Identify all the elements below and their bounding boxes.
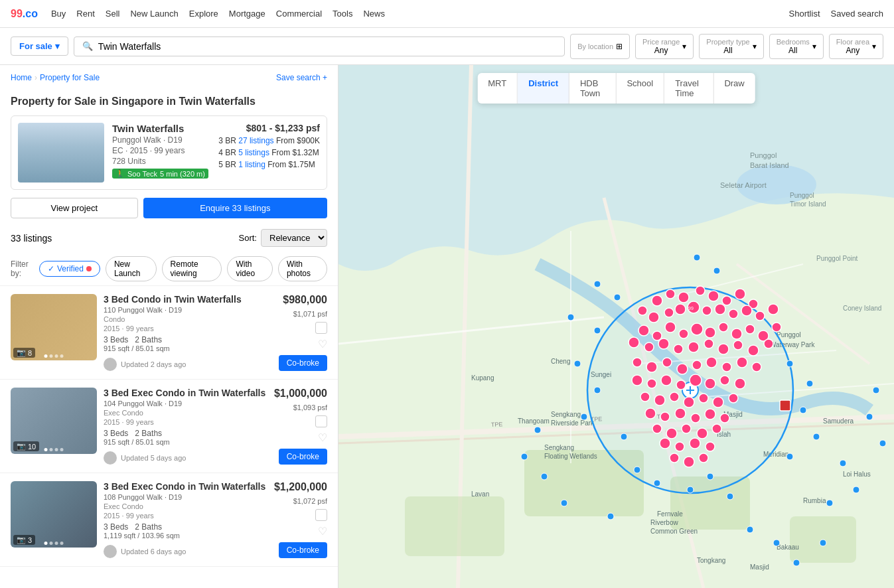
map-tab-travel-time[interactable]: Travel Time [664,73,713,104]
svg-text:Sengkang: Sengkang [551,411,581,418]
filter-by-label: Filter by: [11,259,34,278]
listing-card[interactable]: 📷 8 3 Bed Condo in Twin Waterfalls 110 P… [0,286,338,380]
nav-rent[interactable]: Rent [76,9,94,19]
filter-verified[interactable]: ✓ Verified [39,261,100,277]
svg-point-158 [521,453,528,460]
map-tab-district[interactable]: District [518,73,569,104]
favourite-icon[interactable]: ♡ [318,525,327,538]
listing-card[interactable]: 📷 10 3 Bed Exec Condo in Twin Waterfalls… [0,380,338,473]
floor-area-filter[interactable]: Floor area Any ▾ [829,34,883,59]
cobroke-button[interactable]: Co-broke [279,542,327,558]
svg-text:Floating Wetlands: Floating Wetlands [544,453,597,460]
svg-text:Sengkang: Sengkang [544,444,574,451]
breadcrumb-sep: › [35,73,37,82]
chevron-down-icon: ▾ [55,41,60,51]
project-card[interactable]: Twin Waterfalls Punggol Walk · D19 EC · … [11,115,327,190]
nav-buy[interactable]: Buy [51,9,66,19]
svg-point-82 [731,329,742,339]
map-tab-draw[interactable]: Draw [713,73,755,104]
filter-remote-viewing[interactable]: Remote viewing [162,256,222,281]
svg-point-129 [697,428,708,439]
filter-with-photos[interactable]: With photos [278,256,327,281]
dot [55,354,58,358]
nav-links: Buy Rent Sell New Launch Explore Mortgag… [51,9,385,19]
cobroke-button[interactable]: Co-broke [279,449,327,465]
filter-with-video[interactable]: With video [227,256,273,281]
select-checkbox[interactable] [315,509,327,521]
svg-point-74 [768,304,779,315]
listing-cards: 📷 8 3 Bed Condo in Twin Waterfalls 110 P… [0,286,338,567]
listing-actions: $1,000,000 $1,093 psf ♡ Co-broke [274,388,327,465]
dot [55,448,58,451]
nav-sell[interactable]: Sell [106,9,120,19]
sort-label: Sort: [239,233,257,243]
bedrooms-label: Bedrooms [777,38,810,46]
price-range-filter[interactable]: Price range Any ▾ [635,34,694,59]
view-project-button[interactable]: View project [11,198,138,218]
filter-new-launch[interactable]: New Launch [106,256,157,281]
listing-address: 108 Punggol Walk · D19 [104,493,267,501]
nav-news[interactable]: News [363,9,385,19]
search-input[interactable] [98,41,556,52]
bedrooms-filter[interactable]: Bedrooms All ▾ [769,34,824,59]
by-location-filter[interactable]: By location ⊞ [570,34,630,59]
saved-search-link[interactable]: Saved search [831,9,884,19]
image-count: 📷 8 [13,348,35,358]
favourite-icon[interactable]: ♡ [318,431,327,444]
breadcrumb-home[interactable]: Home [11,73,32,82]
listing-rows: 3 BR 27 listings From $900K4 BR 5 listin… [218,136,320,169]
favourite-icon[interactable]: ♡ [318,338,327,350]
listing-price: $1,200,000 [274,481,327,493]
svg-point-95 [764,339,773,348]
listing-br: 5 BR 1 listing From $1.75M [218,160,315,169]
main-layout: Home › Property for Sale Save search + P… [0,65,894,588]
svg-point-123 [691,413,700,423]
nav-tools[interactable]: Tools [333,9,352,19]
svg-text:Tongkang: Tongkang [697,557,725,564]
project-pricing: $801 - $1,233 psf 3 BR 27 listings From … [218,123,320,183]
for-sale-button[interactable]: For sale ▾ [11,37,68,56]
svg-point-113 [640,392,650,402]
cobroke-button[interactable]: Co-broke [279,355,327,371]
enquire-button[interactable]: Enquire 33 listings [143,198,327,218]
svg-point-108 [676,380,686,390]
svg-point-94 [748,345,759,356]
nav-commercial[interactable]: Commercial [276,9,322,19]
svg-point-64 [648,312,659,323]
svg-point-124 [705,409,715,419]
save-search-link[interactable]: Save search + [276,73,327,82]
select-checkbox[interactable] [315,322,327,334]
svg-text:Punggol: Punggol [750,151,777,159]
top-nav: 99.co Buy Rent Sell New Launch Explore M… [0,0,894,28]
svg-point-73 [755,311,765,321]
select-checkbox[interactable] [315,415,327,427]
nav-new-launch[interactable]: New Launch [130,9,178,19]
camera-icon: 📷 [17,536,26,544]
svg-point-106 [647,379,656,388]
chevron-down-icon: ▾ [872,42,876,51]
dot [50,354,53,358]
svg-point-161 [607,513,614,520]
svg-point-165 [820,540,826,546]
map-tab-mrt[interactable]: MRT [477,73,518,104]
svg-text:Punggol: Punggol [777,331,801,338]
dot [60,354,64,358]
svg-point-131 [660,438,670,449]
shortlist-link[interactable]: Shortlist [789,9,820,19]
map-tab-school[interactable]: School [616,73,664,104]
svg-text:Timor Island: Timor Island [790,200,826,208]
site-logo[interactable]: 99.co [11,8,38,20]
listing-agent: Updated 5 days ago [104,451,267,465]
sort-select[interactable]: Relevance [261,229,327,247]
nav-mortgage[interactable]: Mortgage [229,9,265,19]
svg-point-141 [594,387,601,394]
map-background[interactable]: Punggol Barat Island Punggol Timor Islan… [338,65,894,588]
svg-point-90 [688,342,699,352]
map-tab-hdb-town[interactable]: HDB Town [569,73,616,104]
listing-card[interactable]: 📷 3 3 Bed Exec Condo in Twin Waterfalls … [0,473,338,567]
chevron-down-icon: ▾ [682,42,686,51]
project-address: Punggol Walk · D19 [112,135,210,145]
breadcrumb-section[interactable]: Property for Sale [40,73,100,82]
property-type-filter[interactable]: Property type All ▾ [699,34,763,59]
nav-explore[interactable]: Explore [189,9,218,19]
